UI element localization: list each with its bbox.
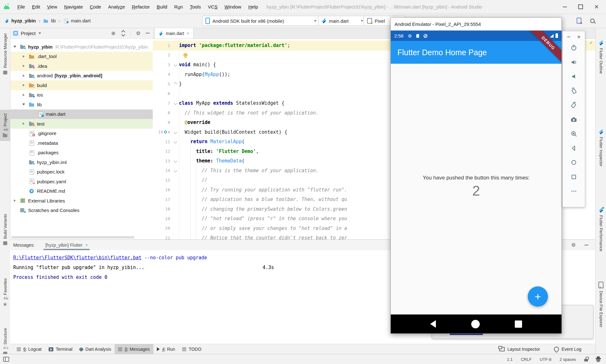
minimize-icon[interactable] — [563, 7, 567, 7]
search-icon[interactable] — [590, 19, 595, 23]
fold-marker[interactable] — [172, 102, 179, 104]
increment-fab-button[interactable]: + — [528, 286, 548, 307]
tree-item-external-libraries[interactable]: External Libraries — [10, 196, 153, 206]
tool-tab-0-messages[interactable]: 0: Messages — [115, 344, 153, 354]
tool-tab-6-logcat[interactable]: 6: Logcat — [13, 344, 45, 354]
menu-window[interactable]: Window — [221, 4, 245, 9]
tree-item-pubspec-lock[interactable]: pubspec.lock — [10, 167, 153, 177]
menu-vcs[interactable]: VCS — [204, 4, 221, 9]
breadcrumb-lib[interactable]: lib — [43, 18, 56, 23]
tool-button-flutter-outline[interactable]: Flutter Outline — [596, 40, 606, 74]
menu-refactor[interactable]: Refactor — [128, 4, 153, 9]
status-2-spaces[interactable]: 2 spaces — [560, 357, 576, 362]
tool-button-flutter-inspector[interactable]: Flutter Inspector — [596, 129, 606, 167]
tool-button-7-structure[interactable]: 7: Structure — [0, 328, 10, 355]
home-button[interactable]: .fl{fill:#5E7A87;stroke:none}.cut{fill:#… — [570, 159, 578, 166]
fold-marker[interactable] — [172, 131, 179, 133]
maximize-icon[interactable] — [578, 4, 583, 9]
recents-button[interactable] — [515, 320, 522, 328]
rotate-left-button[interactable]: .fl{fill:#5E7A87;stroke:none}.cut{fill:#… — [570, 87, 578, 95]
inspection-ok-icon[interactable]: ✓ — [590, 39, 593, 45]
run-configuration-selector[interactable]: main.dart — [318, 16, 367, 26]
tool-button-2-favorites[interactable]: 2: Favorites — [0, 278, 10, 307]
tool-tab-terminal[interactable]: Terminal — [45, 344, 76, 354]
tree-item-dart-tool[interactable]: .dart_tool — [10, 52, 153, 62]
messages-tab-flutter[interactable]: [hyzp_yibin] Flutter × — [44, 240, 90, 250]
tool-button-build-variants[interactable]: Build Variants — [0, 214, 10, 245]
flutter-bat-link[interactable]: R:\Flutter\FlutterSDK\flutter\bin\flutte… — [13, 255, 141, 261]
tree-caret[interactable] — [21, 122, 26, 125]
fold-marker[interactable] — [172, 63, 179, 66]
status-utf-8[interactable]: UTF-8 — [540, 357, 551, 362]
gear-icon[interactable]: ⚙ — [136, 30, 140, 36]
tree-item-test[interactable]: test — [10, 119, 153, 129]
back-button[interactable]: .fl{fill:#5E7A87;stroke:none}.cut{fill:#… — [570, 144, 578, 152]
menu-analyze[interactable]: Analyze — [104, 4, 128, 9]
menu-navigate[interactable]: Navigate — [61, 4, 86, 9]
breadcrumb-hyzp-yibin[interactable]: hyzp_yibin — [4, 18, 36, 23]
menu-view[interactable]: View — [44, 4, 61, 9]
fold-marker[interactable] — [172, 169, 179, 172]
tree-item-scratches-and-consoles[interactable]: Scratches and Consoles — [10, 206, 153, 215]
locate-file-icon[interactable]: ⊕ — [111, 30, 115, 36]
tool-button-1-project[interactable]: 1: Project — [0, 110, 10, 141]
emulator-title-bar[interactable]: Android Emulator - Pixel_2_API_29:5554 — [391, 18, 561, 31]
lock-icon[interactable] — [584, 359, 588, 361]
tool-tab-event-log[interactable]: Event Log — [554, 344, 581, 354]
zoom-button[interactable]: .fl{fill:#5E7A87;stroke:none}.cut{fill:#… — [570, 130, 578, 138]
menu-tools[interactable]: Tools — [186, 4, 204, 9]
menu-help[interactable]: Help — [245, 4, 262, 9]
tree-caret[interactable] — [13, 199, 17, 202]
collapse-all-icon[interactable] — [121, 31, 125, 35]
tree-caret[interactable] — [21, 65, 26, 67]
rotate-right-button[interactable]: .fl{fill:#5E7A87;stroke:none}.cut{fill:#… — [570, 101, 578, 109]
tree-caret[interactable] — [21, 84, 26, 86]
tree-item-hyzp-yibin-iml[interactable]: hyzp_yibin.iml — [10, 157, 153, 167]
status-1-1[interactable]: 1:1 — [507, 357, 513, 362]
device-selector[interactable]: Android SDK built for x86 (mobile) — [202, 16, 320, 26]
overview-button[interactable]: .fl{fill:#5E7A87;stroke:none}.cut{fill:#… — [570, 173, 578, 181]
home-button[interactable] — [471, 320, 480, 328]
project-panel-title[interactable]: Project — [21, 31, 36, 36]
tree-item-pubspec-yaml[interactable]: pubspec.yaml — [10, 177, 153, 186]
menu-edit[interactable]: Edit — [28, 4, 44, 9]
override-marker-icon[interactable] — [164, 131, 167, 133]
tree-caret[interactable] — [13, 46, 17, 48]
tree-item-readme-md[interactable]: README.md — [10, 186, 153, 196]
tree-item-lib[interactable]: lib — [10, 100, 153, 109]
menu-code[interactable]: Code — [86, 4, 105, 9]
volume-up-button[interactable]: .fl{fill:#5E7A87;stroke:none}.cut{fill:#… — [570, 58, 578, 66]
fold-marker[interactable] — [172, 160, 179, 162]
tree-item-main-dart[interactable]: main.dart — [10, 109, 153, 119]
tool-tab-dart-analysis[interactable]: Dart Analysis — [76, 344, 115, 354]
camera-button[interactable]: .fl{fill:#5E7A87;stroke:none}.cut{fill:#… — [570, 116, 578, 123]
hide-panel-icon[interactable] — [146, 33, 150, 33]
tree-item-ios[interactable]: ios — [10, 90, 153, 100]
horizontal-scrollbar[interactable] — [11, 236, 134, 238]
tree-item-build[interactable]: build — [10, 80, 153, 90]
menu-build[interactable]: Build — [153, 4, 170, 9]
chevron-down-icon[interactable] — [39, 32, 41, 34]
tool-button-device-file-explorer[interactable]: Device File Explorer — [596, 282, 606, 327]
tool-button-flutter-performance[interactable]: Flutter Performance — [596, 208, 606, 251]
tree-item-idea[interactable]: .idea — [10, 61, 153, 71]
tool-tab-layout-inspector[interactable]: Layout Inspector — [499, 344, 540, 354]
toggle-toolwindows-icon[interactable] — [3, 357, 9, 362]
menu-run[interactable]: Run — [171, 4, 187, 9]
tree-caret[interactable] — [21, 55, 26, 58]
status-crlf[interactable]: CRLF — [521, 357, 532, 362]
hide-panel-icon[interactable] — [585, 245, 588, 245]
tool-button-resource-manager[interactable]: Resource Manager — [0, 33, 10, 74]
tree-item-metadata[interactable]: .metadata — [10, 138, 153, 148]
power-button[interactable]: .fl{fill:#5E7A87;stroke:none}.cut{fill:#… — [570, 44, 578, 51]
menu-file[interactable]: File — [14, 4, 28, 9]
close-tab-icon[interactable]: × — [85, 243, 88, 248]
tree-item-hyzp-yibin[interactable]: hyzp_yibinR:\FlutterProject\FlutterProje… — [10, 42, 153, 52]
minimize-icon[interactable] — [567, 37, 570, 37]
tool-tab-4-run[interactable]: 4: Run — [153, 344, 179, 354]
gear-icon[interactable]: ⚙ — [571, 242, 576, 248]
tree-caret[interactable] — [21, 94, 26, 96]
attach-debugger-icon[interactable] — [577, 18, 581, 24]
more-button[interactable]: .fl{fill:#5E7A87;stroke:none}.cut{fill:#… — [570, 187, 578, 195]
close-icon[interactable] — [594, 5, 598, 9]
